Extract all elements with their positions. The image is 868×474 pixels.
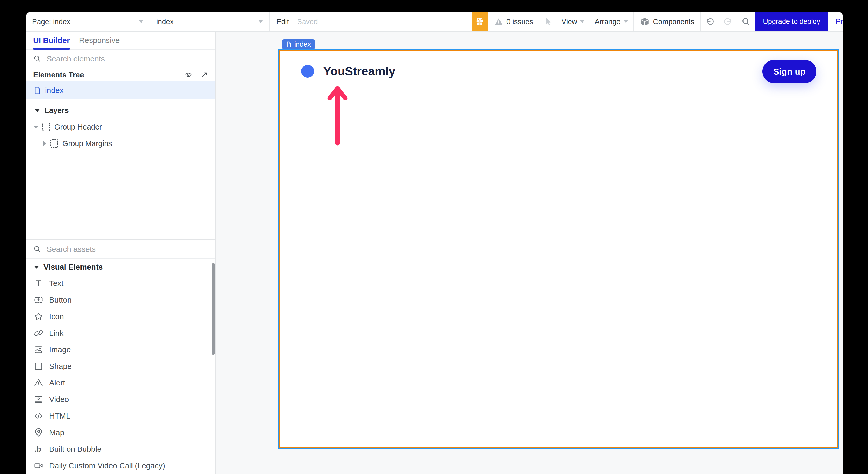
- element-selector-dropdown[interactable]: index: [150, 12, 269, 31]
- elements-tree-title: Elements Tree: [33, 71, 84, 79]
- sidebar-scrollbar-thumb[interactable]: [212, 263, 215, 355]
- save-status: Saved: [291, 12, 317, 31]
- top-toolbar: Page: index index Edit Saved: [26, 12, 843, 32]
- page-file-icon: [34, 86, 41, 94]
- logo-circle[interactable]: [301, 65, 314, 78]
- chevron-down-icon: [580, 21, 584, 23]
- svg-text:b: b: [36, 444, 41, 453]
- search-tool-button[interactable]: [737, 12, 755, 31]
- asset-item[interactable]: b Built on Bubble: [26, 441, 215, 457]
- search-assets-row: [26, 239, 215, 259]
- asset-item[interactable]: Link: [26, 325, 215, 342]
- dashed-group-icon: [51, 139, 58, 148]
- video-icon: [34, 394, 43, 404]
- tree-section-layers[interactable]: Layers: [26, 102, 215, 119]
- asset-item[interactable]: Icon: [26, 308, 215, 325]
- html-icon: [34, 411, 43, 421]
- edit-menu[interactable]: Edit: [270, 12, 291, 31]
- search-elements-input[interactable]: [46, 54, 208, 63]
- caret-right-icon: [43, 141, 46, 146]
- bubble-icon: b: [34, 444, 43, 454]
- asset-item[interactable]: Shape: [26, 358, 215, 375]
- screenshot-root: { "toolbar": { "page_selector_label": "P…: [0, 0, 868, 474]
- main-area: UI Builder Responsive Elements Tree: [26, 32, 843, 474]
- components-button[interactable]: Components: [633, 12, 701, 31]
- asset-item-label: Alert: [49, 378, 65, 387]
- redo-button[interactable]: [719, 12, 737, 31]
- alert-icon: [34, 378, 43, 388]
- asset-item-label: Image: [49, 345, 71, 354]
- arrange-menu[interactable]: Arrange: [590, 12, 633, 31]
- undo-button[interactable]: [701, 12, 719, 31]
- tab-responsive[interactable]: Responsive: [79, 32, 120, 49]
- upgrade-to-deploy-button[interactable]: Upgrade to deploy: [755, 12, 828, 31]
- shape-icon: [34, 361, 43, 371]
- asset-item[interactable]: Video: [26, 391, 215, 408]
- asset-item-label: HTML: [49, 412, 70, 420]
- editor-window: Page: index index Edit Saved: [26, 12, 843, 474]
- visual-elements-header[interactable]: Visual Elements: [26, 259, 215, 275]
- chevron-down-icon: [139, 20, 143, 23]
- chevron-down-icon: [258, 20, 263, 23]
- search-icon: [33, 245, 41, 253]
- tree-item-group-header[interactable]: Group Header: [26, 119, 215, 135]
- asset-item-label: Video: [49, 395, 69, 404]
- search-icon: [33, 55, 41, 63]
- link-icon: [34, 328, 43, 338]
- element-selector-value: index: [156, 18, 174, 26]
- visual-elements-section: Visual Elements Text Button Icon: [26, 259, 215, 474]
- asset-item-label: Link: [49, 329, 63, 337]
- asset-item[interactable]: Daily Custom Video Call (Legacy): [26, 457, 215, 474]
- asset-item[interactable]: Text: [26, 275, 215, 292]
- page-file-icon: [286, 41, 292, 48]
- gift-button[interactable]: [471, 12, 488, 31]
- page-tab-badge[interactable]: index: [282, 39, 315, 49]
- sidebar-tabs: UI Builder Responsive: [26, 32, 215, 50]
- asset-item[interactable]: Button: [26, 292, 215, 308]
- asset-item-label: Built on Bubble: [49, 445, 101, 453]
- tree-item-label: index: [45, 86, 64, 95]
- caret-down-icon: [35, 109, 40, 112]
- asset-list: Text Button Icon Link Image: [26, 275, 215, 474]
- logo-text[interactable]: YouStreamly: [323, 64, 395, 78]
- issues-count-label: 0 issues: [506, 18, 533, 26]
- tree-item-index-selected[interactable]: index: [26, 81, 215, 99]
- asset-item[interactable]: HTML: [26, 408, 215, 424]
- asset-item-label: Text: [49, 279, 63, 288]
- left-sidebar: UI Builder Responsive Elements Tree: [26, 32, 216, 474]
- asset-item[interactable]: Image: [26, 342, 215, 358]
- elements-tree-header: Elements Tree: [26, 68, 215, 81]
- caret-down-icon: [34, 266, 39, 269]
- page-canvas[interactable]: YouStreamly Sign up: [279, 50, 838, 448]
- eye-icon[interactable]: [184, 71, 192, 79]
- select-tool-button[interactable]: [539, 12, 556, 31]
- search-icon: [741, 17, 751, 27]
- design-canvas-area[interactable]: index YouStreamly Sign up: [216, 32, 843, 474]
- undo-icon: [705, 17, 715, 27]
- asset-item[interactable]: Map: [26, 424, 215, 441]
- dashed-group-icon: [42, 122, 50, 131]
- search-assets-input[interactable]: [46, 244, 208, 254]
- star-icon: [34, 312, 43, 321]
- cube-icon: [640, 17, 650, 27]
- tree-item-group-margins[interactable]: Group Margins: [26, 135, 215, 152]
- sidebar-spacer: [26, 152, 215, 239]
- tab-ui-builder[interactable]: UI Builder: [33, 32, 70, 49]
- page-selector-dropdown[interactable]: Page: index: [26, 12, 150, 31]
- button-icon: [34, 295, 43, 305]
- page-selection-frame: YouStreamly Sign up: [278, 49, 839, 449]
- asset-item-label: Daily Custom Video Call (Legacy): [49, 461, 165, 470]
- asset-item[interactable]: Alert: [26, 375, 215, 391]
- signup-button[interactable]: Sign up: [763, 60, 816, 83]
- asset-item-label: Shape: [49, 362, 72, 371]
- caret-down-icon: [34, 126, 38, 128]
- arrow-up-annotation: [327, 85, 348, 147]
- expand-icon[interactable]: [200, 71, 208, 79]
- camera-icon: [34, 461, 43, 471]
- view-menu[interactable]: View: [556, 12, 590, 31]
- asset-item-label: Icon: [49, 312, 64, 321]
- asset-item-label: Map: [49, 428, 64, 437]
- preview-button[interactable]: Pr: [828, 12, 843, 31]
- issues-indicator[interactable]: 0 issues: [488, 12, 539, 31]
- text-icon: [34, 278, 43, 288]
